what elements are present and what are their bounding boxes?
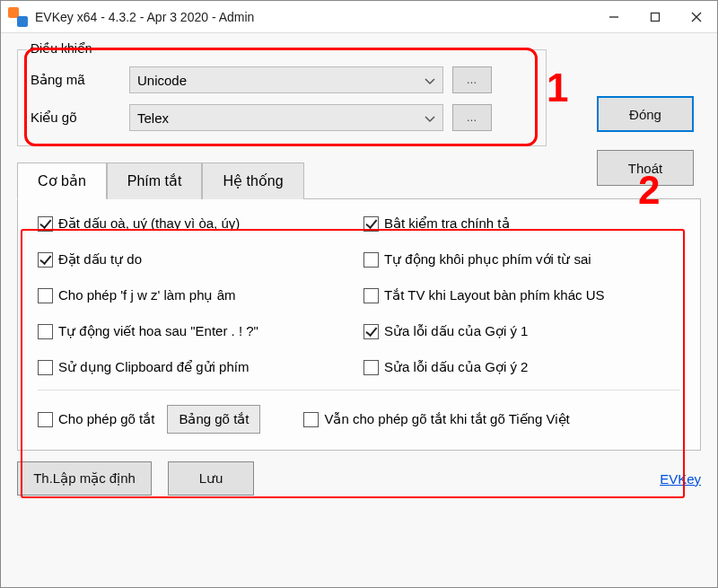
input-method-value: Telex bbox=[137, 110, 169, 126]
minimize-button[interactable] bbox=[593, 1, 635, 33]
options-grid: Đặt dấu oà, uý (thay vì òa, úy) Bật kiểm… bbox=[38, 215, 680, 375]
checkbox-icon bbox=[38, 412, 53, 427]
opt-auto-capital[interactable]: Tự động viết hoa sau "Enter . ! ?" bbox=[38, 323, 355, 339]
svg-line-2 bbox=[692, 13, 701, 22]
encoding-label: Bảng mã bbox=[31, 72, 120, 88]
checkbox-icon bbox=[38, 324, 53, 339]
checkbox-icon bbox=[363, 360, 379, 375]
tab-basic[interactable]: Cơ bản bbox=[17, 162, 107, 199]
body: Điều khiển Bảng mã Unicode … Kiểu gõ Tel… bbox=[1, 33, 717, 587]
checkbox-icon bbox=[38, 288, 53, 303]
opt-fix-suggest-2[interactable]: Sửa lỗi dấu của Gợi ý 2 bbox=[363, 359, 680, 375]
app-window: EVKey x64 - 4.3.2 - Apr 3 2020 - Admin Đ… bbox=[0, 0, 718, 588]
maximize-button[interactable] bbox=[635, 1, 676, 33]
opt-auto-restore[interactable]: Tự động khôi phục phím với từ sai bbox=[363, 251, 680, 268]
group-label: Điều khiển bbox=[27, 41, 96, 56]
tab-system[interactable]: Hệ thống bbox=[202, 162, 303, 199]
tab-panel-basic: Đặt dấu oà, uý (thay vì òa, úy) Bật kiểm… bbox=[17, 198, 701, 451]
shortcut-row: Cho phép gõ tắt Bảng gõ tắt Vẫn cho phép… bbox=[38, 390, 680, 434]
opt-disable-non-us[interactable]: Tắt TV khi Layout bàn phím khác US bbox=[363, 287, 680, 303]
encoding-combo[interactable]: Unicode bbox=[129, 66, 443, 93]
input-method-combo[interactable]: Telex bbox=[129, 104, 443, 131]
opt-spellcheck[interactable]: Bật kiểm tra chính tả bbox=[363, 215, 680, 232]
checkbox-icon bbox=[363, 216, 379, 232]
close-button[interactable]: Đóng bbox=[597, 96, 694, 132]
opt-accent-placement[interactable]: Đặt dấu oà, uý (thay vì òa, úy) bbox=[38, 215, 355, 232]
checkbox-icon bbox=[38, 360, 53, 375]
checkbox-icon bbox=[38, 252, 53, 268]
svg-rect-1 bbox=[652, 13, 660, 21]
encoding-more-button[interactable]: … bbox=[452, 66, 492, 93]
shortcut-table-button[interactable]: Bảng gõ tắt bbox=[167, 405, 260, 434]
opt-fix-suggest-1[interactable]: Sửa lỗi dấu của Gợi ý 1 bbox=[363, 323, 680, 339]
checkbox-icon bbox=[363, 252, 379, 268]
control-group: Điều khiển Bảng mã Unicode … Kiểu gõ Tel… bbox=[17, 49, 547, 146]
app-icon bbox=[8, 7, 28, 27]
opt-fjwz[interactable]: Cho phép 'f j w z' làm phụ âm bbox=[38, 287, 355, 303]
evkey-link[interactable]: EVKey bbox=[660, 471, 701, 487]
opt-clipboard[interactable]: Sử dụng Clipboard để gửi phím bbox=[38, 359, 355, 375]
opt-keep-shortcut[interactable]: Vẫn cho phép gõ tắt khi tắt gõ Tiếng Việ… bbox=[303, 411, 569, 427]
save-button[interactable]: Lưu bbox=[168, 461, 254, 496]
input-method-more-button[interactable]: … bbox=[452, 104, 492, 131]
opt-free-accent[interactable]: Đặt dấu tự do bbox=[38, 251, 355, 268]
input-method-row: Kiểu gõ Telex … bbox=[31, 104, 533, 131]
tabs: Cơ bản Phím tắt Hệ thống bbox=[17, 162, 701, 199]
checkbox-icon bbox=[363, 288, 379, 303]
chevron-down-icon bbox=[425, 73, 435, 88]
titlebar: EVKey x64 - 4.3.2 - Apr 3 2020 - Admin bbox=[1, 1, 717, 33]
bottom-row: Th.Lập mặc định Lưu EVKey bbox=[17, 461, 701, 496]
chevron-down-icon bbox=[425, 110, 435, 126]
opt-allow-shortcut[interactable]: Cho phép gõ tắt bbox=[38, 411, 154, 427]
close-window-button[interactable] bbox=[676, 1, 717, 33]
tab-hotkeys[interactable]: Phím tắt bbox=[107, 162, 203, 199]
encoding-value: Unicode bbox=[137, 73, 187, 88]
encoding-row: Bảng mã Unicode … bbox=[31, 66, 533, 93]
checkbox-icon bbox=[303, 412, 319, 427]
window-title: EVKey x64 - 4.3.2 - Apr 3 2020 - Admin bbox=[35, 10, 254, 24]
svg-line-3 bbox=[692, 13, 701, 22]
input-method-label: Kiểu gõ bbox=[31, 110, 120, 126]
checkbox-icon bbox=[38, 216, 53, 232]
defaults-button[interactable]: Th.Lập mặc định bbox=[17, 461, 152, 496]
checkbox-icon bbox=[363, 324, 379, 339]
annotation-number-1: 1 bbox=[547, 66, 568, 110]
